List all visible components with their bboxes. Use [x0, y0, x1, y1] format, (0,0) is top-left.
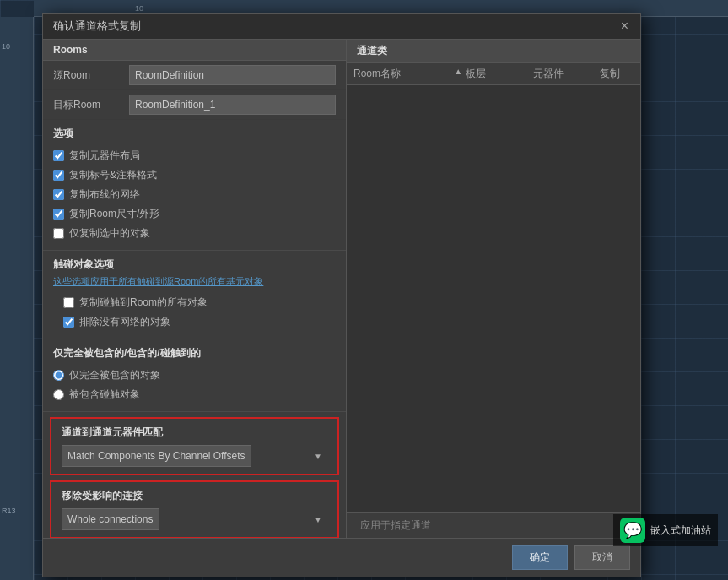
- options-section-label: 选项: [53, 127, 336, 141]
- right-panel: 通道类 Room名称 ▲ 板层 元器件 复制 应用于指定通道: [347, 40, 640, 538]
- touched-desc[interactable]: 这些选项应用于所有触碰到源Room的所有基元对象: [53, 275, 336, 288]
- option-label-0: 复制元器件布局: [69, 149, 140, 163]
- ruler-top-tick: 10: [34, 4, 143, 13]
- contained-section: 仅完全被包含的/包含的/碰触到的 仅完全被包含的对象 被包含碰触对象: [43, 339, 346, 412]
- apply-channel-row: 应用于指定通道: [347, 512, 640, 538]
- left-panel: Rooms 源Room 目标Room 选项 复制元器件布局 复制标号&注释格式: [43, 40, 347, 538]
- option-row-2: 复制布线的网络: [53, 185, 336, 204]
- touched-row-0: 复制碰触到Room的所有对象: [63, 293, 336, 312]
- contained-radio-label-0: 仅完全被包含的对象: [69, 368, 160, 382]
- table-header-component: 元器件: [533, 67, 601, 81]
- option-label-4: 仅复制选中的对象: [69, 226, 150, 241]
- option-row-1: 复制标号&注释格式: [53, 165, 336, 185]
- touched-section-label: 触碰对象选项: [53, 257, 336, 272]
- touched-label-1: 排除没有网络的对象: [79, 315, 170, 329]
- option-checkbox-4[interactable]: [53, 228, 64, 239]
- sort-icon: ▲: [454, 67, 462, 81]
- table-body: [347, 85, 640, 512]
- touched-section: 触碰对象选项 这些选项应用于所有触碰到源Room的所有基元对象 复制碰触到Roo…: [43, 251, 346, 339]
- connections-dropdown-row: Whole connections Partial connections No…: [62, 508, 327, 530]
- channel-match-dropdown-wrapper: Match Components By Channel Offsets Matc…: [62, 445, 327, 467]
- source-room-label: 源Room: [53, 68, 129, 83]
- table-header-layer: 板层: [466, 67, 533, 81]
- confirm-button[interactable]: 确定: [512, 545, 568, 570]
- channel-match-dropdown-row: Match Components By Channel Offsets Matc…: [62, 445, 327, 467]
- dialog-close-button[interactable]: ×: [619, 19, 630, 33]
- option-checkbox-0[interactable]: [53, 150, 64, 161]
- source-room-row: 源Room: [43, 61, 346, 90]
- dialog-title: 确认通道格式复制: [53, 19, 141, 34]
- watermark-emoji: 💬: [623, 521, 642, 539]
- option-row-3: 复制Room尺寸/外形: [53, 204, 336, 224]
- source-room-input[interactable]: [129, 65, 336, 85]
- option-row-4: 仅复制选中的对象: [53, 224, 336, 243]
- right-panel-header: 通道类: [347, 40, 640, 63]
- connections-section: 移除受影响的连接 Whole connections Partial conne…: [50, 480, 339, 538]
- options-section: 选项 复制元器件布局 复制标号&注释格式 复制布线的网络 复制Room尺寸/外形: [43, 120, 346, 251]
- target-room-input[interactable]: [129, 95, 336, 115]
- touched-options: 复制碰触到Room的所有对象 排除没有网络的对象: [53, 293, 336, 332]
- touched-checkbox-1[interactable]: [63, 317, 74, 328]
- dialog-footer: 确定 取消: [43, 538, 640, 577]
- table-header-copy: 复制: [600, 67, 634, 81]
- contained-radio-input-0[interactable]: [53, 370, 64, 381]
- touched-row-1: 排除没有网络的对象: [63, 312, 336, 332]
- channel-match-section: 通道到通道元器件匹配 Match Components By Channel O…: [50, 417, 339, 475]
- table-header-row: Room名称 ▲ 板层 元器件 复制: [347, 63, 640, 85]
- option-label-3: 复制Room尺寸/外形: [69, 207, 159, 221]
- contained-radio-0: 仅完全被包含的对象: [53, 366, 336, 385]
- table-header-name: Room名称: [353, 67, 454, 81]
- contained-section-label: 仅完全被包含的/包含的/碰触到的: [53, 346, 336, 360]
- connections-title: 移除受影响的连接: [62, 489, 327, 503]
- watermark: 💬 嵌入式加油站: [613, 514, 718, 546]
- option-row-0: 复制元器件布局: [53, 146, 336, 165]
- rooms-section-header: Rooms: [43, 40, 346, 61]
- ruler-left-tick-1: 10: [2, 42, 10, 51]
- apply-channel-text: 应用于指定通道: [353, 518, 634, 533]
- ruler-left: 10 R13: [0, 17, 34, 580]
- watermark-icon: 💬: [620, 518, 645, 543]
- cancel-button[interactable]: 取消: [574, 545, 630, 570]
- contained-radio-input-1[interactable]: [53, 389, 64, 400]
- option-label-1: 复制标号&注释格式: [69, 168, 157, 182]
- target-room-label: 目标Room: [53, 98, 129, 112]
- watermark-text: 嵌入式加油站: [650, 523, 711, 538]
- target-room-row: 目标Room: [43, 90, 346, 120]
- channel-match-title: 通道到通道元器件匹配: [62, 426, 327, 440]
- connections-dropdown[interactable]: Whole connections Partial connections No…: [62, 508, 159, 530]
- option-checkbox-3[interactable]: [53, 209, 64, 220]
- ruler-left-tick-2: R13: [2, 507, 16, 515]
- touched-checkbox-0[interactable]: [63, 297, 74, 308]
- option-label-2: 复制布线的网络: [69, 187, 140, 202]
- dialog-titlebar: 确认通道格式复制 ×: [43, 14, 640, 40]
- option-checkbox-1[interactable]: [53, 170, 64, 181]
- confirm-dialog: 确认通道格式复制 × Rooms 源Room 目标Room 选项 复制元器件布局: [42, 13, 641, 577]
- contained-radio-1: 被包含碰触对象: [53, 385, 336, 404]
- option-checkbox-2[interactable]: [53, 189, 64, 200]
- connections-dropdown-wrapper: Whole connections Partial connections No…: [62, 508, 327, 530]
- channel-match-dropdown[interactable]: Match Components By Channel Offsets Matc…: [62, 445, 251, 467]
- dialog-body: Rooms 源Room 目标Room 选项 复制元器件布局 复制标号&注释格式: [43, 40, 640, 538]
- contained-radio-label-1: 被包含碰触对象: [69, 388, 140, 402]
- touched-label-0: 复制碰触到Room的所有对象: [79, 295, 208, 310]
